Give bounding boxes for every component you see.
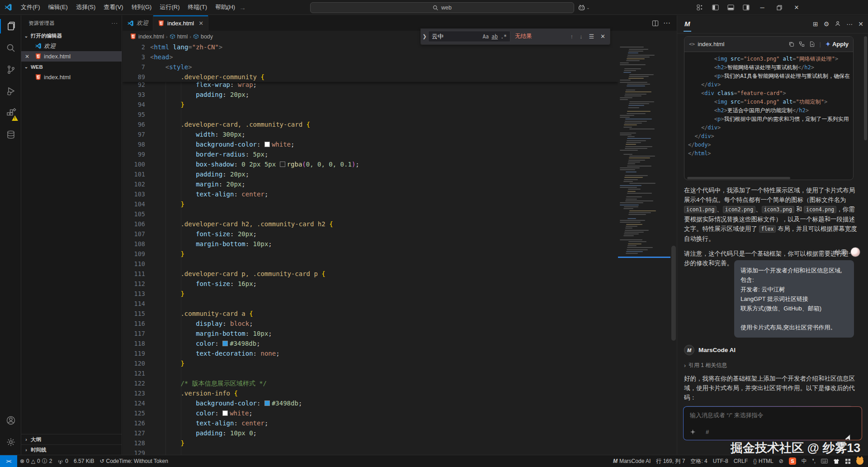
inline-code-chip: icon3.png bbox=[762, 206, 794, 213]
find-next-icon[interactable]: ↓ bbox=[580, 33, 583, 40]
code-editor[interactable]: 92 flex-wrap: wrap;93 padding: 20px;94 }… bbox=[123, 42, 618, 455]
menu-item[interactable]: 转到(G) bbox=[127, 2, 156, 13]
editor-scrollbar[interactable] bbox=[670, 42, 677, 455]
error-icon: ⊗ bbox=[20, 458, 24, 464]
search-sidebar-icon[interactable] bbox=[0, 37, 21, 59]
navigate-forward-icon[interactable]: → bbox=[239, 4, 246, 11]
indentation-status[interactable]: 空格: 4 bbox=[688, 456, 710, 466]
menu-item[interactable]: 运行(R) bbox=[156, 2, 184, 13]
keyboard-icon[interactable] bbox=[818, 456, 830, 466]
s-extension-icon[interactable]: S bbox=[786, 456, 799, 466]
open-editor-label: 欢迎 bbox=[44, 42, 56, 50]
extensions-icon[interactable] bbox=[0, 102, 21, 124]
encoding-status[interactable]: UTF-8 bbox=[710, 456, 731, 466]
cat-extension-icon[interactable] bbox=[854, 456, 866, 466]
close-panel-icon[interactable]: ✕ bbox=[858, 20, 863, 28]
command-center-search[interactable]: web bbox=[310, 2, 574, 13]
grid-extension-icon[interactable] bbox=[842, 456, 854, 466]
user-message-line bbox=[741, 313, 848, 323]
cursor-position-status[interactable]: 行 169, 列 7 bbox=[653, 456, 688, 466]
source-control-icon[interactable] bbox=[0, 59, 21, 81]
new-chat-icon[interactable]: ⊞ bbox=[813, 20, 818, 28]
ports-status[interactable]: 0 bbox=[55, 456, 71, 466]
skills-sparkle-icon[interactable] bbox=[690, 429, 696, 435]
find-in-selection-icon[interactable]: ☰ bbox=[589, 33, 594, 40]
minimap[interactable] bbox=[618, 42, 670, 455]
folder-web-section[interactable]: ⌄ WEB bbox=[21, 62, 122, 72]
reference-toggle[interactable]: › 引用 1 相关信息 bbox=[684, 362, 727, 369]
card-horizontal-scrollbar[interactable] bbox=[684, 176, 853, 180]
assistant-response: 好的，我将在你的基础框架上添加一个开发者介绍和社区信息区域，使用卡片式布局，并突… bbox=[684, 374, 857, 402]
vscode-file-icon bbox=[127, 20, 134, 27]
toggle-secondary-sidebar-icon[interactable] bbox=[740, 3, 752, 13]
find-previous-icon[interactable]: ↑ bbox=[570, 33, 573, 40]
run-debug-icon[interactable] bbox=[0, 81, 21, 102]
close-tab-icon[interactable]: ✕ bbox=[198, 20, 203, 27]
tab-index-html[interactable]: index.html ✕ bbox=[153, 15, 208, 31]
close-window-button[interactable]: ✕ bbox=[790, 0, 803, 15]
menu-item[interactable]: 终端(T) bbox=[184, 2, 211, 13]
language-mode-status[interactable]: {}HTML bbox=[750, 456, 776, 466]
breadcrumb-file[interactable]: index.html bbox=[138, 33, 164, 40]
tree-item-index-html[interactable]: index.html bbox=[21, 72, 122, 82]
explorer-icon[interactable] bbox=[0, 15, 21, 37]
split-editor-icon[interactable] bbox=[652, 20, 659, 27]
match-case-icon[interactable]: Aa bbox=[481, 33, 490, 40]
toggle-replace-icon[interactable]: ❯ bbox=[421, 33, 428, 39]
profile-icon[interactable] bbox=[835, 20, 841, 28]
customize-layout-icon[interactable] bbox=[694, 3, 706, 13]
ai-assistant-menu[interactable]: ⌄ bbox=[578, 0, 590, 15]
marscode-logo-icon[interactable]: M bbox=[684, 17, 691, 32]
copy-icon[interactable] bbox=[788, 41, 794, 47]
find-input[interactable]: 云中 Aa ab .* bbox=[428, 31, 510, 42]
panel-scrollbar[interactable] bbox=[864, 36, 867, 140]
codetime-status[interactable]: ↺ CodeTime: Without Token bbox=[97, 456, 170, 466]
card-filename: index.html bbox=[698, 41, 724, 48]
whole-word-icon[interactable]: ab bbox=[490, 33, 499, 40]
open-editors-section[interactable]: ⌄ 打开的编辑器 bbox=[21, 31, 122, 41]
chat-input[interactable]: 输入消息或者 “/” 来选择指令 # bbox=[683, 406, 862, 440]
apply-button[interactable]: ✦ Apply bbox=[826, 41, 849, 48]
sidebar-more-actions-icon[interactable]: ··· bbox=[112, 20, 118, 26]
quote-extension-icon[interactable]: ❜, bbox=[810, 456, 818, 466]
tab-welcome[interactable]: 欢迎 bbox=[123, 15, 153, 31]
toggle-panel-icon[interactable] bbox=[725, 3, 736, 13]
breadcrumb-html[interactable]: html bbox=[177, 33, 188, 40]
navigate-back-icon[interactable]: ← bbox=[224, 4, 231, 11]
insert-at-cursor-icon[interactable] bbox=[799, 41, 805, 47]
context-hash-icon[interactable]: # bbox=[706, 429, 709, 435]
timeline-section[interactable]: › 时间线 bbox=[21, 444, 122, 455]
editor-more-actions-icon[interactable]: ··· bbox=[663, 19, 670, 27]
open-editor-index-html[interactable]: ✕ index.html bbox=[21, 51, 122, 62]
shirt-extension-icon[interactable] bbox=[830, 456, 842, 466]
breadcrumb-body[interactable]: body bbox=[201, 33, 213, 40]
open-editor-welcome[interactable]: 欢迎 bbox=[21, 41, 122, 51]
menu-item[interactable]: 编辑(E) bbox=[44, 2, 72, 13]
marscode-status[interactable]: M MarsCode AI bbox=[610, 456, 653, 466]
menu-item[interactable]: 文件(F) bbox=[17, 2, 44, 13]
remote-indicator[interactable]: >< bbox=[0, 455, 17, 467]
close-find-icon[interactable]: ✕ bbox=[600, 33, 605, 40]
account-icon[interactable] bbox=[0, 410, 21, 431]
symbol-icon bbox=[170, 33, 175, 39]
database-extension-icon[interactable] bbox=[0, 124, 21, 146]
restore-button[interactable] bbox=[773, 0, 786, 15]
toggle-primary-sidebar-icon[interactable] bbox=[709, 3, 721, 13]
new-file-icon[interactable] bbox=[809, 41, 815, 47]
chevron-down-icon: ⌄ bbox=[23, 64, 29, 69]
status-bar: >< ⊗0 △0 ⓘ2 0 6.57 KiB ↺ CodeTime: Witho… bbox=[0, 455, 868, 467]
eol-status[interactable]: CRLF bbox=[731, 456, 750, 466]
minimize-button[interactable]: ─ bbox=[755, 0, 769, 15]
settings-gear-icon[interactable] bbox=[0, 431, 21, 453]
menu-item[interactable]: 查看(V) bbox=[99, 2, 127, 13]
do-not-disturb-icon[interactable]: ⊘ bbox=[776, 456, 786, 466]
menu-item[interactable]: 选择(S) bbox=[72, 2, 99, 13]
outline-section[interactable]: › 大纲 bbox=[21, 434, 122, 444]
regex-icon[interactable]: .* bbox=[499, 33, 508, 40]
close-icon[interactable]: ✕ bbox=[25, 53, 29, 60]
panel-settings-gear-icon[interactable]: ⚙ bbox=[824, 20, 830, 28]
file-size-status[interactable]: 6.57 KiB bbox=[71, 456, 97, 466]
problems-status[interactable]: ⊗0 △0 ⓘ2 bbox=[17, 456, 55, 466]
panel-more-icon[interactable]: ··· bbox=[846, 20, 853, 28]
chinese-lang-icon[interactable]: 中 bbox=[799, 456, 810, 466]
